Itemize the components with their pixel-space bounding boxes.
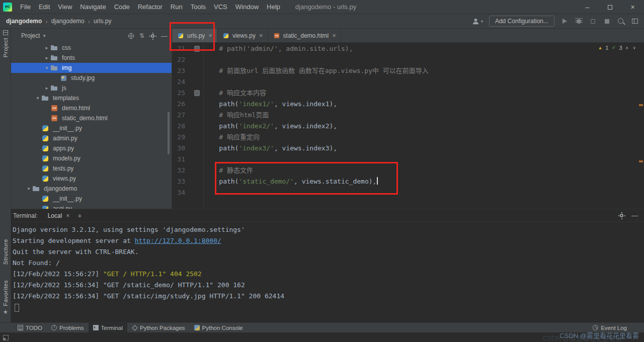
tab-close-icon[interactable]: × bbox=[208, 32, 212, 39]
error-stripe-mark[interactable] bbox=[639, 104, 643, 106]
debug-button[interactable] bbox=[575, 17, 583, 25]
menu-refactor[interactable]: Refactor bbox=[134, 0, 167, 14]
search-everywhere-button[interactable] bbox=[617, 17, 625, 25]
gutter-bookmark-icon[interactable] bbox=[194, 90, 200, 96]
user-account-button[interactable]: ▾ bbox=[472, 18, 483, 25]
statusbar-item-terminal[interactable]: Terminal bbox=[89, 323, 127, 333]
tree-item--init-py[interactable]: __init__.py bbox=[11, 123, 172, 133]
chevron-expanded-icon[interactable]: ▾ bbox=[34, 96, 41, 101]
minimize-button[interactable]: – bbox=[576, 0, 599, 14]
gutter[interactable] bbox=[185, 143, 203, 154]
terminal-hide-icon[interactable]: — bbox=[631, 212, 638, 219]
tree-item-js[interactable]: ▸js bbox=[11, 83, 172, 93]
code-text[interactable]: # 响应文本内容 bbox=[203, 88, 266, 99]
tab-static-demo-html[interactable]: static_demo.html× bbox=[268, 29, 341, 42]
add-configuration-button[interactable]: Add Configuration... bbox=[489, 16, 554, 27]
tab-views-py[interactable]: views.py× bbox=[217, 29, 268, 42]
menu-help[interactable]: Help bbox=[263, 0, 284, 14]
terminal-output[interactable]: Django version 3.2.12, using settings 'd… bbox=[11, 222, 644, 322]
prev-problem-icon[interactable]: ∧ bbox=[625, 45, 630, 50]
statusbar-item-console[interactable]: Python Console bbox=[190, 323, 248, 333]
tree-item-demo-html[interactable]: demo.html bbox=[11, 103, 172, 113]
tree-item-img[interactable]: ▾img bbox=[11, 63, 172, 73]
chevron-collapsed-icon[interactable]: ▸ bbox=[43, 86, 50, 91]
inspections-widget[interactable]: ▲1 ✓3 ∧ ∨ bbox=[598, 44, 637, 51]
tree-item-models-py[interactable]: models.py bbox=[11, 153, 172, 163]
gutter[interactable] bbox=[185, 121, 203, 132]
gutter-bookmark-icon[interactable] bbox=[194, 46, 200, 52]
maximize-button[interactable] bbox=[599, 0, 621, 14]
editor[interactable]: 21 # path('admin/', admin.site.urls),222… bbox=[172, 43, 644, 209]
menu-tools[interactable]: Tools bbox=[187, 0, 210, 14]
tree-item-templates[interactable]: ▾templates bbox=[11, 93, 172, 103]
code-text[interactable]: path('static_demo/', views.static_demo), bbox=[203, 176, 378, 187]
gear-icon[interactable] bbox=[151, 34, 154, 38]
toolwindow-favorites-button[interactable]: Favorites ★ bbox=[0, 280, 11, 315]
event-log-button[interactable]: Event Log bbox=[593, 325, 639, 331]
project-panel-title[interactable]: Project bbox=[21, 32, 40, 39]
gutter[interactable] bbox=[185, 88, 203, 99]
menu-view[interactable]: View bbox=[54, 0, 76, 14]
gutter[interactable] bbox=[185, 176, 203, 187]
tree-item-study-jpg[interactable]: study.jpg bbox=[11, 73, 172, 83]
tree-item-admin-py[interactable]: admin.py bbox=[11, 133, 172, 143]
code-text[interactable]: # 前面放url 后面放函数 函数写在app.views.py中 可以在前面导入 bbox=[203, 65, 429, 76]
error-stripe-mark[interactable] bbox=[639, 160, 643, 162]
menu-edit[interactable]: Edit bbox=[35, 0, 54, 14]
close-icon[interactable]: × bbox=[66, 212, 69, 219]
project-tree-scrollbar[interactable] bbox=[168, 112, 170, 154]
toolwindow-project-button[interactable]: Project bbox=[0, 30, 11, 57]
coverage-button[interactable] bbox=[589, 17, 597, 25]
tree-item-fonts[interactable]: ▸fonts bbox=[11, 53, 172, 63]
tab-close-icon[interactable]: × bbox=[259, 32, 263, 39]
chevron-collapsed-icon[interactable]: ▸ bbox=[43, 45, 50, 50]
gutter[interactable] bbox=[185, 76, 203, 88]
gutter[interactable] bbox=[185, 132, 203, 143]
tree-item--init-py[interactable]: __init__.py bbox=[11, 194, 172, 204]
breadcrumb-item[interactable]: djangodemo bbox=[5, 18, 43, 25]
code-text[interactable]: path('index2/', views.index2), bbox=[203, 121, 337, 132]
menu-window[interactable]: Window bbox=[231, 0, 263, 14]
gutter[interactable] bbox=[185, 43, 203, 54]
tree-item-tests-py[interactable]: tests.py bbox=[11, 163, 172, 174]
collapse-all-icon[interactable]: ⇅ bbox=[139, 33, 144, 39]
menu-code[interactable]: Code bbox=[110, 0, 134, 14]
next-problem-icon[interactable]: ∨ bbox=[632, 45, 637, 50]
locate-file-icon[interactable] bbox=[128, 33, 134, 39]
tree-item-apps-py[interactable]: apps.py bbox=[11, 143, 172, 153]
new-session-button[interactable]: + bbox=[77, 212, 82, 220]
code-text[interactable]: # path('admin/', admin.site.urls), bbox=[203, 43, 353, 54]
gutter[interactable] bbox=[185, 165, 203, 176]
gutter[interactable] bbox=[185, 54, 203, 65]
breadcrumb-item[interactable]: djangodemo bbox=[50, 18, 86, 25]
gutter[interactable] bbox=[185, 65, 203, 76]
code-text[interactable]: # 响应html页面 bbox=[203, 110, 269, 121]
window-layout-button[interactable] bbox=[631, 17, 639, 25]
code-text[interactable]: # 静态文件 bbox=[203, 165, 253, 176]
chevron-collapsed-icon[interactable]: ▸ bbox=[43, 55, 50, 60]
toolwindow-structure-button[interactable]: Structure bbox=[0, 239, 11, 265]
tab-urls-py[interactable]: urls.py× bbox=[172, 29, 217, 42]
breadcrumb-item[interactable]: urls.py bbox=[93, 18, 112, 25]
code-text[interactable]: path('index1/', views.index1), bbox=[203, 99, 337, 110]
run-button[interactable] bbox=[560, 17, 569, 25]
gutter[interactable] bbox=[185, 110, 203, 121]
tree-item-asgi-py[interactable]: asgi.py bbox=[11, 204, 172, 209]
tree-item-css[interactable]: ▸css bbox=[11, 43, 172, 53]
menu-vcs[interactable]: VCS bbox=[210, 0, 231, 14]
code-text[interactable]: path('index3/', views.index3), bbox=[203, 143, 337, 154]
statusbar-item-packages[interactable]: Python Packages bbox=[127, 323, 190, 333]
menu-navigate[interactable]: Navigate bbox=[76, 0, 110, 14]
gutter[interactable] bbox=[185, 154, 203, 165]
code-text[interactable]: # 响应重定向 bbox=[203, 132, 260, 143]
tree-item-djangodemo[interactable]: ▾djangodemo bbox=[11, 184, 172, 194]
statusbar-item-todo[interactable]: TODO bbox=[13, 323, 47, 333]
terminal-settings-icon[interactable] bbox=[620, 214, 623, 217]
chevron-expanded-icon[interactable]: ▾ bbox=[43, 65, 50, 70]
terminal-tab-local[interactable]: Local × bbox=[46, 211, 72, 220]
terminal-link[interactable]: http://127.0.0.1:8000/ bbox=[135, 237, 221, 244]
tree-item-static-demo-html[interactable]: static_demo.html bbox=[11, 113, 172, 123]
chevron-expanded-icon[interactable]: ▾ bbox=[25, 186, 32, 191]
menu-file[interactable]: File bbox=[16, 0, 35, 14]
gutter[interactable] bbox=[185, 99, 203, 110]
